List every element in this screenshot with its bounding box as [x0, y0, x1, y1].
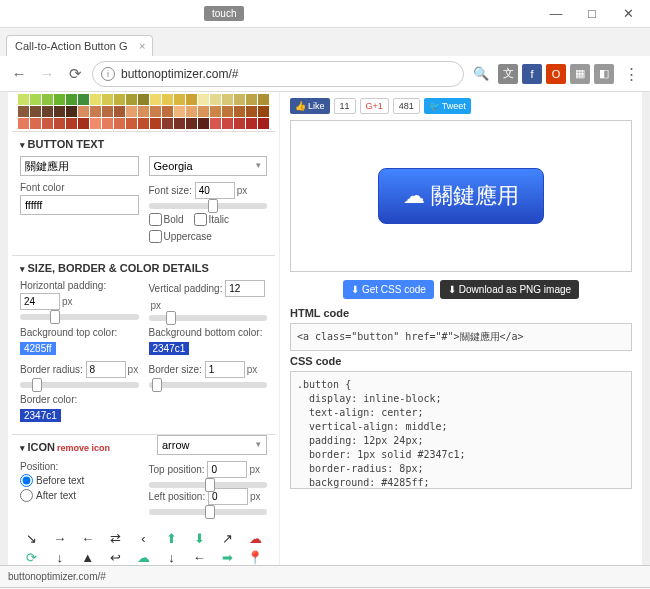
unit-px: px	[237, 185, 248, 196]
bcolor-label: Border color:	[20, 394, 267, 405]
translate-icon[interactable]: 文	[498, 64, 518, 84]
bradius-label: Border radius:	[20, 364, 83, 375]
top-pos-label: Top position:	[149, 464, 205, 475]
arrow-icon[interactable]: ▲	[76, 550, 100, 565]
forward-button[interactable]: →	[36, 63, 58, 85]
arrow-icon[interactable]: ←	[187, 550, 211, 565]
section-button-text: BUTTON TEXT Georgia Font color Font size…	[12, 131, 275, 255]
download-png-button[interactable]: ⬇ Download as PNG image	[440, 280, 579, 299]
bgbot-label: Background bottom color:	[149, 327, 268, 338]
font-size-slider[interactable]	[149, 203, 268, 209]
get-css-button[interactable]: ⬇ Get CSS code	[343, 280, 434, 299]
top-pos-slider[interactable]	[149, 482, 268, 488]
status-text: buttonoptimizer.com/#	[8, 571, 106, 582]
cloud-down-icon[interactable]: ☁	[243, 531, 267, 546]
url-text: buttonoptimizer.com/#	[121, 67, 238, 81]
bgtop-label: Background top color:	[20, 327, 139, 338]
section-details: SIZE, BORDER & COLOR DETAILS Horizontal …	[12, 255, 275, 434]
minimize-button[interactable]: —	[538, 3, 574, 25]
browser-tab[interactable]: Call-to-Action Button G×	[6, 35, 153, 56]
bcolor-value[interactable]: 2347c1	[20, 409, 61, 422]
bsize-input[interactable]	[205, 361, 245, 378]
css-code-box[interactable]: .button { display: inline-block; text-al…	[290, 371, 632, 489]
bgbot-value[interactable]: 2347c1	[149, 342, 190, 355]
font-color-input[interactable]	[20, 195, 139, 215]
uppercase-checkbox[interactable]: Uppercase	[149, 230, 212, 243]
facebook-ext-icon[interactable]: f	[522, 64, 542, 84]
arrow-icon[interactable]: ↗	[215, 531, 239, 546]
arrow-icon[interactable]: ‹	[132, 531, 156, 546]
arrow-icon[interactable]: ⇄	[104, 531, 128, 546]
button-text-input[interactable]	[20, 156, 139, 176]
top-pos-input[interactable]	[207, 461, 247, 478]
font-color-label: Font color	[20, 182, 139, 193]
generated-button[interactable]: ☁ 關鍵應用	[378, 168, 544, 224]
arrow-icon[interactable]: ↓	[48, 550, 72, 565]
social-bar: 👍 Like 11 G+1 481 🐦 Tweet	[290, 98, 632, 114]
section-header[interactable]: BUTTON TEXT	[20, 138, 267, 150]
left-pos-slider[interactable]	[149, 509, 268, 515]
pin-icon[interactable]: 📍	[243, 550, 267, 565]
info-icon[interactable]: i	[101, 67, 115, 81]
arrow-icon[interactable]: →	[48, 531, 72, 546]
ext-icon-2[interactable]: ◧	[594, 64, 614, 84]
tab-close-icon[interactable]: ×	[139, 40, 145, 52]
right-panel: 👍 Like 11 G+1 481 🐦 Tweet ☁ 關鍵應用 ⬇ Get C…	[280, 92, 642, 565]
icon-picker[interactable]: ↘→←⇄‹⬆⬇↗☁ ⟳↓▲↩☁↓←➡📍	[12, 527, 275, 565]
gplus-button[interactable]: G+1	[360, 98, 389, 114]
menu-button[interactable]: ⋮	[620, 63, 642, 85]
reload-button[interactable]: ⟳	[64, 63, 86, 85]
status-bar: buttonoptimizer.com/#	[0, 565, 650, 587]
browser-toolbar: ← → ⟳ i buttonoptimizer.com/# 🔍 文 f O ▦ …	[0, 56, 650, 92]
zoom-icon[interactable]: 🔍	[470, 63, 492, 85]
ext-icon[interactable]: ▦	[570, 64, 590, 84]
bsize-slider[interactable]	[149, 382, 268, 388]
html-code-box[interactable]: <a class="button" href="#">關鍵應用</a>	[290, 323, 632, 351]
window-titlebar: touch — □ ✕	[0, 0, 650, 28]
after-text-radio[interactable]: After text	[20, 489, 139, 502]
section-header[interactable]: SIZE, BORDER & COLOR DETAILS	[20, 262, 267, 274]
css-code-header: CSS code	[290, 355, 632, 367]
remove-icon-link[interactable]: remove icon	[57, 443, 110, 453]
arrow-icon[interactable]: ↓	[159, 550, 183, 565]
bradius-input[interactable]	[86, 361, 126, 378]
bgtop-value[interactable]: 4285ff	[20, 342, 56, 355]
icon-type-select[interactable]: arrow	[157, 435, 267, 455]
font-size-label: Font size:	[149, 185, 192, 196]
arrow-icon[interactable]: ←	[76, 531, 100, 546]
cloud-up-icon[interactable]: ☁	[132, 550, 156, 565]
tweet-button[interactable]: 🐦 Tweet	[424, 98, 471, 114]
vpad-slider[interactable]	[149, 315, 268, 321]
address-bar[interactable]: i buttonoptimizer.com/#	[92, 61, 464, 87]
bold-checkbox[interactable]: Bold	[149, 213, 184, 226]
section-icon: ICONremove icon arrow Position: Before t…	[12, 434, 275, 527]
hpad-slider[interactable]	[20, 314, 139, 320]
font-size-input[interactable]	[195, 182, 235, 199]
gplus-count: 481	[393, 98, 420, 114]
circle-up-icon[interactable]: ⬆	[159, 531, 183, 546]
left-panel: BUTTON TEXT Georgia Font color Font size…	[8, 92, 280, 565]
maximize-button[interactable]: □	[574, 3, 610, 25]
circle-down-icon[interactable]: ⬇	[187, 531, 211, 546]
hpad-input[interactable]	[20, 293, 60, 310]
bsize-label: Border size:	[149, 364, 202, 375]
back-button[interactable]: ←	[8, 63, 30, 85]
bradius-slider[interactable]	[20, 382, 139, 388]
html-code-header: HTML code	[290, 307, 632, 319]
circle-right-icon[interactable]: ➡	[215, 550, 239, 565]
refresh-icon[interactable]: ⟳	[20, 550, 44, 565]
vpad-label: Vertical padding:	[149, 283, 223, 294]
vpad-input[interactable]	[225, 280, 265, 297]
arrow-icon[interactable]: ↩	[104, 550, 128, 565]
arrow-icon[interactable]: ↘	[20, 531, 44, 546]
italic-checkbox[interactable]: Italic	[194, 213, 230, 226]
fb-like-button[interactable]: 👍 Like	[290, 98, 330, 114]
office-ext-icon[interactable]: O	[546, 64, 566, 84]
color-palette[interactable]	[12, 92, 275, 131]
hpad-label: Horizontal padding:	[20, 280, 106, 291]
font-select[interactable]: Georgia	[149, 156, 268, 176]
touch-label: touch	[204, 6, 244, 21]
close-button[interactable]: ✕	[610, 3, 646, 25]
tab-strip: Call-to-Action Button G×	[0, 28, 650, 56]
before-text-radio[interactable]: Before text	[20, 474, 139, 487]
